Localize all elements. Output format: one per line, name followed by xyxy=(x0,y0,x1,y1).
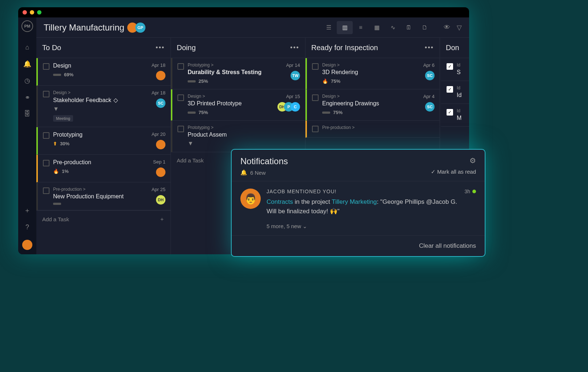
window-close[interactable] xyxy=(23,10,27,15)
task-card[interactable]: ✓IdM xyxy=(440,104,469,127)
task-card[interactable]: Prototyping >Product Assem▼ xyxy=(171,121,305,152)
card-breadcrumb: Prototyping > xyxy=(188,62,283,68)
card-title: Durability & Stress Testing xyxy=(188,69,283,76)
arrow-up-icon: ⬆ xyxy=(53,141,57,146)
assignee-avatar[interactable]: SC xyxy=(425,71,435,80)
task-checkbox[interactable] xyxy=(43,91,49,97)
window-maximize[interactable] xyxy=(37,10,41,15)
gear-icon[interactable]: ⚙ xyxy=(469,156,476,165)
project-members[interactable]: GP xyxy=(129,23,145,33)
card-breadcrumb: Design > xyxy=(322,62,420,68)
task-checkbox[interactable] xyxy=(312,126,319,132)
plus-icon[interactable]: ＋ xyxy=(24,206,31,215)
card-title: Prototyping xyxy=(53,132,148,138)
card-date: Apr 25 xyxy=(152,187,165,192)
column-menu-icon[interactable]: ••• xyxy=(425,44,434,52)
task-card[interactable]: ✓IdId xyxy=(440,81,469,104)
card-title: Product Assem xyxy=(188,132,300,138)
card-breadcrumb: Pre-production > xyxy=(322,125,435,130)
card-progress: 🔥 1% xyxy=(53,169,149,174)
task-card[interactable]: ✓IdS xyxy=(440,58,469,81)
card-date: Apr 6 xyxy=(423,62,435,68)
card-title: M xyxy=(457,115,464,121)
card-progress xyxy=(53,203,148,205)
users-icon[interactable]: ⚭ xyxy=(25,93,30,101)
notification-item[interactable]: 👨 JACOB MENTIONED YOU! Contracts in the … xyxy=(232,181,485,223)
chevron-down-icon[interactable]: ▼ xyxy=(53,106,148,112)
notifications-more[interactable]: 5 more, 5 new ⌄ xyxy=(232,223,485,235)
card-progress: 25% xyxy=(188,78,283,84)
card-title: 3D Printed Prototype xyxy=(188,100,277,107)
column-menu-icon[interactable]: ••• xyxy=(156,44,165,52)
notifications-title: Notifications xyxy=(240,156,288,166)
assignee-avatar[interactable]: TW xyxy=(291,71,300,80)
chevron-down-icon[interactable]: ▼ xyxy=(188,140,300,147)
assignee-avatar[interactable]: SC xyxy=(425,102,435,112)
assignee-avatar[interactable]: SC xyxy=(156,98,165,108)
task-card[interactable]: Design >Engineering Drawings 75%Apr 4SC xyxy=(305,89,440,121)
card-date: Apr 18 xyxy=(152,62,165,68)
calendar-view-icon[interactable]: 🗓 xyxy=(401,21,417,34)
column-title: Don xyxy=(446,44,459,52)
app-logo[interactable]: PM xyxy=(21,20,33,32)
briefcase-icon[interactable]: 🗄 xyxy=(24,110,31,118)
window-minimize[interactable] xyxy=(30,10,34,15)
gantt-view-icon[interactable]: ≡ xyxy=(353,21,369,34)
task-checkbox[interactable] xyxy=(177,126,184,132)
contracts-link[interactable]: Contracts xyxy=(267,198,293,205)
task-card[interactable]: Prototyping >Durability & Stress Testing… xyxy=(171,58,305,89)
filter-icon[interactable]: ▽ xyxy=(457,24,462,32)
plus-icon: ＋ xyxy=(159,216,165,223)
list-view-icon[interactable]: ☰ xyxy=(321,21,337,34)
card-title: S xyxy=(457,69,464,76)
task-checkbox[interactable] xyxy=(312,94,319,101)
task-card[interactable]: Prototyping⬆ 30%Apr 20 xyxy=(36,127,171,155)
assignee-avatar[interactable] xyxy=(156,71,165,80)
activity-view-icon[interactable]: ∿ xyxy=(385,21,401,34)
notification-heading: JACOB MENTIONED YOU! xyxy=(267,189,459,194)
task-card[interactable]: Pre-production🔥 1%Sep 1 xyxy=(36,155,171,182)
notification-avatar: 👨 xyxy=(240,189,261,209)
board-view-icon[interactable]: ▥ xyxy=(337,21,353,34)
bell-icon[interactable]: 🔔 xyxy=(23,60,31,68)
add-task-button[interactable]: Add a Task＋ xyxy=(36,210,171,228)
task-checkbox[interactable] xyxy=(43,160,49,166)
assignee-avatar[interactable] xyxy=(156,167,165,177)
project-link[interactable]: Tillery Marketing xyxy=(332,198,377,205)
assignee-avatar[interactable]: DH xyxy=(156,195,165,205)
task-checkbox[interactable]: ✓ xyxy=(447,109,453,116)
eye-icon[interactable]: 👁 xyxy=(444,24,450,32)
board-column: To Do•••Design 69%Apr 18Design >Stakehol… xyxy=(36,38,171,254)
help-icon[interactable]: ? xyxy=(25,223,29,231)
column-menu-icon[interactable]: ••• xyxy=(290,44,299,52)
card-date: Apr 4 xyxy=(423,94,435,99)
task-checkbox[interactable] xyxy=(312,63,319,70)
mark-all-read[interactable]: ✓ Mark all as read xyxy=(431,169,476,175)
notification-text: Contracts in the project Tillery Marketi… xyxy=(267,197,459,216)
task-card[interactable]: Pre-production > xyxy=(305,121,440,138)
card-date: Apr 14 xyxy=(286,62,300,68)
card-breadcrumb: Prototyping > xyxy=(188,125,300,130)
task-card[interactable]: Design >Stakeholder Feedback ◇▼MeetingAp… xyxy=(36,86,171,127)
task-card[interactable]: Design >3D Rendering🔥 75%Apr 6SC xyxy=(305,58,440,89)
home-icon[interactable]: ⌂ xyxy=(25,44,29,51)
assignee-avatar[interactable]: C xyxy=(291,102,300,112)
column-title: Ready for Inspection xyxy=(311,44,378,52)
clear-all-notifications[interactable]: Clear all notifications xyxy=(232,235,485,256)
task-checkbox[interactable] xyxy=(177,94,184,101)
task-card[interactable]: Design 69%Apr 18 xyxy=(36,58,171,86)
task-checkbox[interactable]: ✓ xyxy=(447,86,453,93)
task-card[interactable]: Design >3D Printed Prototype 75%Apr 15DH… xyxy=(171,89,305,121)
task-checkbox[interactable] xyxy=(43,63,49,70)
task-checkbox[interactable]: ✓ xyxy=(447,63,453,70)
task-checkbox[interactable] xyxy=(43,187,49,194)
clock-icon[interactable]: ◷ xyxy=(24,77,30,85)
user-avatar[interactable] xyxy=(22,240,32,250)
task-card[interactable]: Pre-production >New Production Equipment… xyxy=(36,182,171,210)
file-view-icon[interactable]: 🗋 xyxy=(417,21,433,34)
task-checkbox[interactable] xyxy=(43,132,49,139)
sheet-view-icon[interactable]: ▦ xyxy=(369,21,385,34)
assignee-avatar[interactable] xyxy=(156,140,165,149)
task-checkbox[interactable] xyxy=(177,63,184,70)
card-breadcrumb: Design > xyxy=(188,94,277,99)
